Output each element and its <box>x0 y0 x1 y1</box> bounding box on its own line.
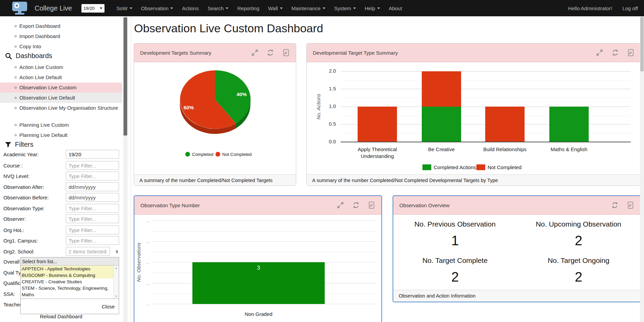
page-scrollbar-thumb[interactable] <box>640 17 644 71</box>
search-icon <box>5 52 12 60</box>
filter-label-teacher: Teacher: <box>3 300 23 309</box>
dropdown-option-list: APPTECH - Applied Technologies BUSCOMP -… <box>21 266 119 299</box>
legend-label-completed-actions: Completed Actions <box>434 164 476 170</box>
org1-campus-filter-input[interactable] <box>66 236 119 245</box>
pdf-file-icon[interactable] <box>368 201 375 209</box>
pdf-file-icon[interactable] <box>627 49 634 56</box>
panel-header: Development Targets Summary <box>134 43 296 62</box>
dropdown-scrollbar[interactable]: ▲ ▼ <box>113 266 119 299</box>
filter-label-academic-year: Academic Year: <box>3 151 39 157</box>
org-hol-filter-input[interactable] <box>66 226 119 234</box>
nav-item-wall[interactable]: Wall <box>264 0 287 16</box>
clear-selection-x-icon[interactable]: x <box>116 249 118 254</box>
panel-title: Observation Overview <box>399 202 611 208</box>
chevron-down-icon <box>100 7 102 9</box>
sidebar-item-action-live-default[interactable]: Action Live Default <box>0 72 122 83</box>
academic-year-filter-input[interactable] <box>66 150 119 159</box>
stat-value: 2 <box>517 269 640 285</box>
dropdown-option-apptech[interactable]: APPTECH - Applied Technologies <box>21 266 113 272</box>
filter-label-nvq-level: NVQ Level: <box>3 173 30 179</box>
panel-header: Observation Type Number <box>134 196 381 215</box>
refresh-icon[interactable] <box>611 201 619 209</box>
bullet-icon <box>15 76 17 78</box>
school-multiselect-dropdown: Select from list... APPTECH - Applied Te… <box>20 257 119 314</box>
caret-down-icon <box>170 7 173 9</box>
dropdown-close-button[interactable]: Close <box>102 304 115 309</box>
panel-developmental-target-type-summary: Developmental Target Type Summary <box>306 43 641 186</box>
scroll-up-icon[interactable]: ▲ <box>114 267 119 270</box>
refresh-icon[interactable] <box>267 49 274 56</box>
filter-label-observer: Observer: <box>3 216 26 222</box>
y-tick-truncated: ... <box>146 218 149 223</box>
caret-down-icon <box>226 7 228 9</box>
academic-year-select[interactable]: 19/20 <box>81 4 105 13</box>
observation-type-filter-input[interactable] <box>66 204 119 213</box>
panel-title: Developmental Target Type Summary <box>313 50 596 56</box>
y-tick-0: 0.0 <box>329 139 336 144</box>
sidebar-item-planning-live-custom[interactable]: Planning Live Custom <box>0 120 122 130</box>
nav-item-help[interactable]: Help <box>360 0 384 16</box>
observation-after-date-input[interactable] <box>66 182 119 191</box>
observation-before-date-input[interactable] <box>66 193 119 202</box>
sidebar-item-action-live-custom[interactable]: Action Live Custom <box>0 62 122 72</box>
filter-funnel-icon <box>5 141 12 148</box>
expand-icon[interactable] <box>251 49 259 56</box>
sidebar-scrollbar-thumb[interactable] <box>124 17 127 136</box>
expand-icon[interactable] <box>596 49 603 56</box>
reload-dashboard-link[interactable]: Reload Dashboard <box>0 314 122 319</box>
caret-down-icon <box>353 7 356 9</box>
sidebar-item-export-dashboard[interactable]: Export Dashboard <box>0 21 122 31</box>
application-window: College Live 19/20 SoW Observation Actio… <box>0 0 644 322</box>
nav-item-observation[interactable]: Observation <box>137 0 178 16</box>
expand-icon[interactable] <box>337 201 344 209</box>
caret-down-icon <box>323 7 325 9</box>
scroll-down-icon[interactable]: ▼ <box>114 295 119 298</box>
bullet-icon <box>15 87 17 89</box>
sidebar-item-observation-live-custom[interactable]: Observation Live Custom <box>0 83 122 93</box>
brand-title: College Live <box>35 4 72 12</box>
nav-item-sow[interactable]: SoW <box>112 0 137 16</box>
sidebar-item-import-dashboard[interactable]: Import Dashboard <box>0 31 122 41</box>
page-scrollbar[interactable] <box>640 16 644 322</box>
panel-observation-overview: Observation Overview No. Previous Observ… <box>393 195 641 302</box>
dropdown-option-stem[interactable]: STEM - Science, Technology, Engineering,… <box>21 285 113 298</box>
stat-label: No. Target Complete <box>393 256 517 265</box>
refresh-icon[interactable] <box>611 49 619 56</box>
nvq-level-filter-input[interactable] <box>66 172 119 180</box>
dropdown-option-creative[interactable]: CREATIVE - Creative Studies <box>21 279 113 285</box>
panel-footer: A summary of the number Completed/Not Co… <box>307 174 641 186</box>
legend-label-not-completed: Not Completed <box>222 152 252 157</box>
dropdown-option-buscomp[interactable]: BUSCOMP - Business & Computing <box>21 272 113 279</box>
nav-item-about[interactable]: About <box>384 0 406 16</box>
pdf-file-icon[interactable] <box>627 201 634 209</box>
org2-school-filter-input[interactable] <box>66 247 110 256</box>
category-label-non-graded: Non Graded <box>245 311 272 317</box>
pie-slice-label-not-completed: 60% <box>184 105 194 110</box>
panel-footer: Observation and Action Information <box>393 290 640 302</box>
panel-footer: A summary of the number Completed/Not Co… <box>134 174 296 186</box>
stat-label: No. Upcoming Observation <box>517 220 640 228</box>
sidebar-item-copy-into[interactable]: Copy Into <box>0 41 122 52</box>
nav-item-maintenance[interactable]: Maintenance <box>287 0 330 16</box>
nav-item-search[interactable]: Search <box>203 0 233 16</box>
bullet-icon <box>15 107 17 109</box>
filter-label-course: Course : <box>3 163 23 168</box>
nav-item-system[interactable]: System <box>330 0 360 16</box>
category-label: Be Creative <box>428 146 455 152</box>
log-off-link[interactable]: Log off <box>622 5 638 11</box>
stat-value: 2 <box>393 269 517 285</box>
y-axis-label: No. Actions <box>316 93 321 120</box>
bullet-icon <box>15 97 17 99</box>
bullet-icon <box>15 46 17 48</box>
sidebar-scrollbar[interactable] <box>123 16 128 322</box>
sidebar-item-planning-live-default[interactable]: Planning Live Default <box>0 130 122 140</box>
nav-item-actions[interactable]: Actions <box>177 0 203 16</box>
pdf-file-icon[interactable] <box>282 49 290 56</box>
sidebar-item-observation-live-default[interactable]: Observation Live Default <box>0 93 122 103</box>
refresh-icon[interactable] <box>352 201 360 209</box>
course-filter-input[interactable] <box>66 161 119 170</box>
y-tick-truncated: ... <box>146 302 149 306</box>
observer-filter-input[interactable] <box>66 214 119 223</box>
y-tick-2: 1.0 <box>329 103 336 109</box>
nav-item-reporting[interactable]: Reporting <box>233 0 264 16</box>
